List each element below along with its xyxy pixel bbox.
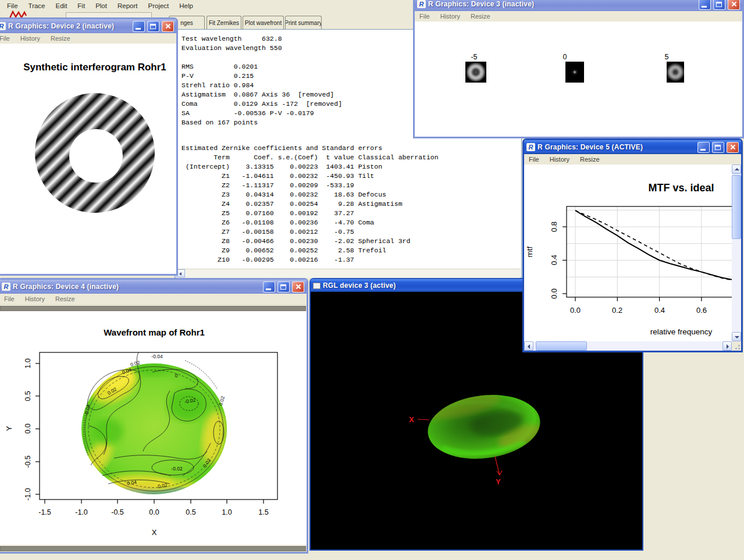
y-tick: -1.0 [24, 488, 32, 501]
device4-titlebar[interactable]: R R Graphics: Device 4 (inactive) [0, 280, 307, 294]
device2-menu-resize[interactable]: Resize [51, 35, 70, 42]
star-test-label-0: 0 [556, 53, 574, 61]
minimize-button[interactable] [263, 281, 275, 293]
scroll-left-button[interactable] [524, 341, 533, 351]
contour-label: 0.02 [218, 395, 226, 406]
device4-title: R Graphics: Device 4 (inactive) [13, 283, 261, 291]
maximize-icon [715, 145, 721, 150]
tab-plot-wavefront[interactable]: Plot wavefront [243, 16, 284, 29]
minimize-button[interactable] [697, 142, 710, 153]
close-icon [731, 1, 738, 8]
device3-titlebar[interactable]: R R Graphics: Device 3 (inactive) [415, 0, 742, 11]
device4-bottom-scrollbar[interactable] [0, 546, 306, 551]
x-tick: -1.5 [38, 508, 51, 516]
ideal-curve [575, 211, 732, 280]
device5-menu-file[interactable]: File [529, 156, 539, 163]
contour-label: 0 [175, 373, 178, 379]
menu-item-project[interactable]: Project [143, 1, 173, 10]
star-test-image-minus5 [465, 62, 486, 83]
resize-grip[interactable] [732, 341, 741, 351]
summary-text: Test wavelength 632.8 Evaluation wavelen… [181, 34, 342, 127]
desktop: File Trace Edit Fit Plot Report Project … [0, 0, 744, 560]
x-tick: -0.5 [111, 508, 124, 516]
close-button[interactable] [292, 281, 304, 293]
close-button[interactable] [727, 142, 739, 153]
close-button[interactable] [728, 0, 740, 10]
menu-item-fit[interactable]: Fit [73, 1, 90, 10]
menu-item-trace[interactable]: Trace [24, 1, 50, 10]
horizontal-scroll-thumb[interactable] [536, 341, 587, 351]
maximize-button[interactable] [147, 21, 159, 32]
x-tick: 0.0 [149, 508, 159, 516]
x-tick: -1.0 [75, 508, 88, 516]
device5-menu-resize[interactable]: Resize [580, 156, 600, 163]
mtf-title: MTF vs. ideal [648, 182, 714, 194]
arrow-left-icon [528, 344, 530, 349]
x-tick: 0.0 [570, 306, 581, 315]
device5-canvas: MTF vs. ideal [524, 165, 732, 341]
menu-item-help[interactable]: Help [175, 1, 198, 10]
device4-menubar: File History Resize [0, 294, 307, 305]
y-tick: 0.0 [24, 423, 32, 433]
scroll-down-button[interactable] [732, 332, 741, 341]
rgl-window-icon [313, 283, 321, 289]
arrow-right-icon [727, 344, 729, 349]
report-horizontal-scrollbar[interactable] [176, 269, 521, 278]
y-axis-label: mtf [525, 246, 534, 257]
device2-titlebar[interactable]: R R Graphics: Device 2 (inactive) [0, 19, 176, 33]
minimize-icon [136, 28, 141, 30]
interferogram-title: Synthetic interferogram Rohr1 [10, 62, 176, 73]
menu-item-report[interactable]: Report [113, 1, 143, 10]
device2-menu-file[interactable]: File [0, 35, 10, 42]
y-tick: 0.0 [550, 288, 558, 299]
device4-menu-history[interactable]: History [25, 295, 45, 302]
close-button[interactable] [162, 21, 174, 32]
device3-menu-history[interactable]: History [440, 13, 460, 20]
device4-canvas: Wavefront map of Rohr1 [0, 311, 307, 545]
minimize-button[interactable] [699, 0, 711, 10]
y-tick: 0.5 [24, 391, 32, 401]
y-tick: 0.8 [550, 222, 558, 232]
window-device2: R R Graphics: Device 2 (inactive) File H… [0, 17, 178, 276]
contour-label: -0.02 [171, 466, 183, 472]
x-axis-label: relative frequency [650, 327, 713, 336]
device5-menu-history[interactable]: History [550, 156, 569, 163]
maximize-button[interactable] [277, 281, 290, 293]
device3-menu-file[interactable]: File [419, 13, 430, 20]
close-icon [165, 23, 172, 30]
tab-print-summary[interactable]: Print summary [285, 16, 322, 29]
device4-menu-file[interactable]: File [4, 295, 15, 302]
device5-menubar: File History Resize [524, 154, 741, 165]
maximize-button[interactable] [713, 0, 725, 10]
star-test-image-5 [667, 62, 684, 83]
scroll-up-button[interactable] [732, 165, 741, 174]
wavefront-disc-3d [419, 387, 545, 465]
menu-item-edit[interactable]: Edit [51, 1, 72, 10]
device2-menubar: File History Resize [0, 33, 176, 44]
tab-fit-zernikes[interactable]: Fit Zernikes [207, 16, 241, 29]
window-device4: R R Graphics: Device 4 (inactive) File H… [0, 278, 308, 554]
menu-item-file[interactable]: File [2, 1, 23, 10]
wavefront-disc: -0.04 0.02 0.04 0 0.02 -0.02 -0.04 0.02 … [78, 352, 229, 494]
device5-title: R Graphics: Device 5 (ACTIVE) [537, 143, 695, 151]
x-tick: 0.4 [654, 306, 665, 315]
device3-menu-resize[interactable]: Resize [471, 13, 490, 20]
maximize-icon [716, 2, 722, 7]
window-device3: R R Graphics: Device 3 (inactive) File H… [413, 0, 744, 138]
y-tick-labels: 0.0 0.4 0.8 [550, 222, 558, 299]
menu-item-plot[interactable]: Plot [91, 1, 112, 10]
star-test-image-0 [565, 62, 584, 83]
scroll-right-button[interactable] [722, 341, 732, 351]
minimize-button[interactable] [133, 21, 145, 32]
device2-menu-history[interactable]: History [20, 35, 40, 42]
maximize-button[interactable] [712, 142, 724, 153]
device5-titlebar[interactable]: R R Graphics: Device 5 (ACTIVE) [524, 140, 741, 154]
x-axis-label: X [152, 528, 157, 537]
y-axis-label: Y [5, 426, 13, 431]
vertical-scroll-thumb[interactable] [732, 175, 741, 239]
horizontal-scrollbar[interactable] [524, 341, 732, 351]
device4-top-scrollbar[interactable] [0, 306, 306, 311]
device4-menu-resize[interactable]: Resize [55, 295, 75, 302]
x-tick: 0.5 [186, 508, 195, 516]
vertical-scrollbar[interactable] [732, 165, 741, 341]
